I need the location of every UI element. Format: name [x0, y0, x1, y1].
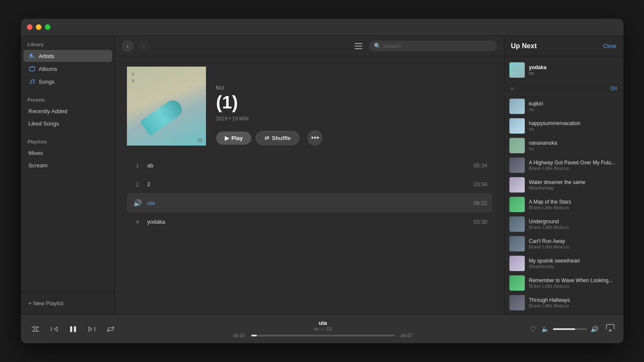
- track-duration: 03:34: [466, 181, 488, 187]
- now-playing-title: uta: [319, 320, 327, 326]
- play-pause-button[interactable]: [67, 323, 79, 335]
- new-playlist-button[interactable]: + New Playlist: [25, 298, 110, 309]
- play-album-button[interactable]: ▶ Play: [216, 131, 252, 145]
- forward-button[interactable]: ›: [138, 40, 150, 52]
- mixes-label: Mixes: [29, 150, 43, 156]
- queue-now-playing[interactable]: yodaka nu: [504, 60, 623, 80]
- volume-high-button[interactable]: 🔊: [591, 325, 599, 333]
- queue-item-art: [509, 99, 525, 114]
- track-duration: 06:22: [466, 200, 488, 206]
- queue-item-name: Water dreamer the same: [529, 179, 618, 185]
- table-row[interactable]: 1 ab 05:34: [127, 156, 492, 175]
- queue-item-info: A Map of the Stars Brave Little Abacus: [529, 199, 618, 210]
- album-artist: NU: [216, 85, 492, 91]
- sidebar-item-artists[interactable]: Artists: [24, 50, 112, 62]
- queue-item-name: A Map of the Stars: [529, 199, 618, 205]
- shuffle-button[interactable]: [29, 323, 41, 335]
- search-icon: 🔍: [374, 43, 381, 49]
- list-item[interactable]: Water dreamer the same Weatherday: [504, 175, 623, 195]
- track-list: 1 ab 05:34 2 2 03:34 🔊 uta 06:22: [127, 156, 492, 231]
- table-row[interactable]: 2 2 03:34: [127, 175, 492, 193]
- library-section-label: Library: [21, 36, 115, 50]
- airplay-button[interactable]: [606, 324, 615, 334]
- album-actions: ▶ Play ⇄ Shuffle •••: [216, 130, 492, 146]
- queue-item-info: A Highway Got Paved Over My Futu... Brav…: [529, 160, 618, 171]
- list-item[interactable]: kujikiri nu: [504, 96, 623, 116]
- queue-list: yodaka nu ∞ On kujikiri nu: [504, 56, 623, 314]
- queue-item-name: Through Hallways: [529, 297, 618, 303]
- time-remaining: -06:07: [398, 333, 413, 338]
- list-item[interactable]: Underground Brave Little Abacus: [504, 214, 623, 234]
- album-detail: nu (1) NU (1) 2019 • 19 MIN ▶ Play: [115, 56, 504, 314]
- list-item[interactable]: happysummervacation nu: [504, 116, 623, 136]
- list-item[interactable]: nanananoka nu: [504, 136, 623, 155]
- scream-label: Scream: [29, 162, 48, 169]
- track-title: ab: [144, 162, 466, 169]
- main-area: Library Artists Albums: [21, 36, 623, 314]
- track-duration: 03:30: [466, 219, 488, 225]
- sidebar-item-recently-added[interactable]: Recently Added: [24, 105, 112, 117]
- now-playing-info: uta nu — (1): [314, 320, 332, 331]
- progress-bar[interactable]: [251, 335, 395, 336]
- table-row[interactable]: 🔊 uta 06:22: [127, 193, 492, 212]
- track-title: yodaka: [144, 219, 466, 225]
- repeat-button[interactable]: [105, 323, 117, 335]
- table-row[interactable]: 4 yodaka 03:30: [127, 212, 492, 231]
- queue-item-thumb: [509, 118, 525, 134]
- sidebar-item-mixes[interactable]: Mixes: [24, 147, 112, 159]
- queue-item-artist: Brave Little Abacus: [529, 225, 618, 230]
- album-art-sublabel: (1): [198, 138, 203, 142]
- queue-item-thumb: [509, 216, 525, 232]
- queue-item-thumb: [509, 177, 525, 193]
- list-item[interactable]: A Map of the Stars Brave Little Abacus: [504, 195, 623, 214]
- svg-point-3: [30, 83, 31, 84]
- like-button[interactable]: ♡: [529, 324, 536, 334]
- sidebar-item-scream[interactable]: Scream: [24, 160, 112, 171]
- maximize-button[interactable]: [45, 24, 50, 30]
- more-options-button[interactable]: •••: [307, 130, 323, 146]
- queue-item-thumb: [509, 236, 525, 251]
- queue-item-name: Can't Run Away: [529, 238, 618, 244]
- queue-item-art: [509, 118, 525, 134]
- queue-item-artist: Weatherday: [529, 185, 618, 190]
- progress-container: 00:15 -06:07: [233, 333, 413, 338]
- sidebar-item-albums[interactable]: Albums: [24, 63, 112, 75]
- list-item[interactable]: Remember to Wave When Looking... Brave L…: [504, 273, 623, 293]
- queue-now-playing-name: yodaka: [529, 64, 618, 70]
- playing-indicator: 🔊: [131, 199, 144, 207]
- queue-item-artist: nu: [529, 146, 618, 151]
- svg-rect-1: [29, 67, 35, 71]
- sidebar-item-songs[interactable]: Songs: [24, 76, 112, 88]
- content-header: ‹ › 🔍: [115, 36, 504, 56]
- right-panel: Up Next Clear yodaka nu ∞ On: [504, 36, 623, 314]
- queue-thumb: [509, 62, 525, 78]
- svg-rect-2: [30, 67, 34, 67]
- up-next-header: Up Next Clear: [504, 36, 623, 56]
- list-view-button[interactable]: [353, 40, 365, 52]
- list-item[interactable]: A Highway Got Paved Over My Futu... Brav…: [504, 155, 623, 175]
- albums-icon: [29, 65, 35, 72]
- shuffle-label: Shuffle: [272, 135, 291, 141]
- search-input[interactable]: [383, 43, 492, 49]
- shuffle-album-button[interactable]: ⇄ Shuffle: [256, 131, 300, 145]
- queue-item-thumb: [509, 138, 525, 153]
- presets-section-label: Presets: [21, 91, 115, 105]
- fast-forward-button[interactable]: [86, 323, 98, 335]
- back-button[interactable]: ‹: [122, 40, 134, 52]
- list-item[interactable]: Can't Run Away Brave Little Abacus: [504, 234, 623, 254]
- volume-low-button[interactable]: 🔈: [541, 325, 550, 333]
- list-item[interactable]: Through Hallways Brave Little Abacus: [504, 293, 623, 312]
- queue-item-art: [509, 216, 525, 232]
- sidebar-item-liked-songs[interactable]: Liked Songs: [24, 118, 112, 129]
- volume-slider[interactable]: [553, 328, 587, 330]
- minimize-button[interactable]: [36, 24, 41, 30]
- queue-item-artist: Brave Little Abacus: [529, 283, 618, 289]
- playback-bar: uta nu — (1) 00:15 -06:07 ♡ 🔈 🔊: [21, 314, 623, 343]
- close-button[interactable]: [27, 24, 32, 30]
- list-item[interactable]: My sputnik sweetheart Weatherday: [504, 254, 623, 273]
- content-area: ‹ › 🔍: [115, 36, 504, 314]
- rewind-button[interactable]: [48, 323, 60, 335]
- clear-queue-button[interactable]: Clear: [603, 43, 616, 49]
- svg-rect-6: [355, 46, 362, 47]
- svg-rect-8: [70, 326, 72, 332]
